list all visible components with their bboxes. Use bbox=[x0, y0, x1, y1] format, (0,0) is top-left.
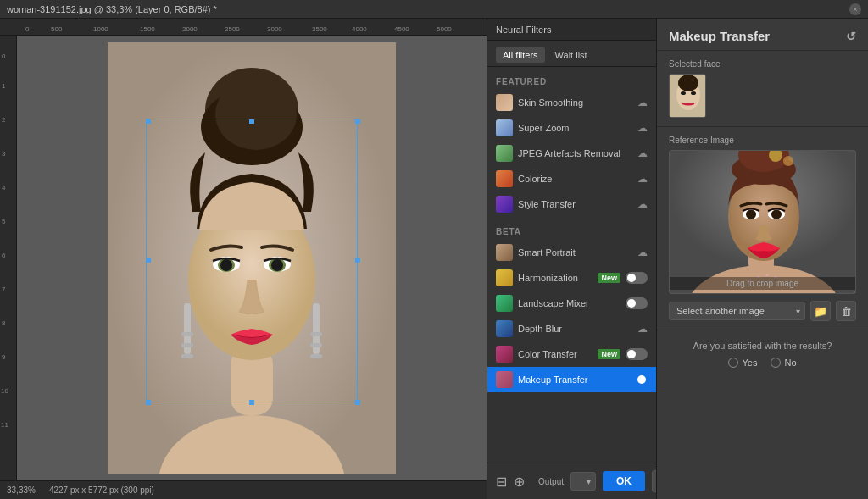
filter-icon-smart-portrait bbox=[496, 244, 513, 261]
filter-name-style-transfer: Style Transfer bbox=[518, 199, 632, 209]
ok-button[interactable]: OK bbox=[603, 471, 645, 491]
filter-item-jpeg[interactable]: JPEG Artefacts Removal ☁ bbox=[487, 141, 656, 166]
portrait-svg bbox=[108, 42, 396, 474]
filter-name-harmonization: Harmonization bbox=[518, 273, 593, 283]
selected-face-thumbnail bbox=[669, 74, 706, 118]
canvas-with-ruler: 0 1 2 3 4 5 6 7 8 9 10 11 bbox=[0, 36, 487, 480]
drag-crop-label: Drag to crop image bbox=[670, 277, 855, 290]
makeup-transfer-header: Makeup Transfer ↺ bbox=[657, 19, 868, 51]
svg-point-25 bbox=[691, 91, 696, 95]
reference-image[interactable]: Drag to crop image bbox=[669, 150, 856, 294]
no-button[interactable]: No bbox=[771, 358, 796, 368]
beta-section-label: BETA bbox=[487, 222, 656, 240]
no-radio[interactable] bbox=[771, 358, 781, 368]
main-layout: 0 500 1000 1500 2000 2500 3000 3500 4000… bbox=[0, 19, 868, 499]
filter-item-depth-blur[interactable]: Depth Blur ☁ bbox=[487, 316, 656, 341]
dimensions: 4227 px x 5772 px (300 ppi) bbox=[49, 485, 154, 495]
filter-item-harmonization[interactable]: Harmonization New bbox=[487, 265, 656, 291]
filter-item-makeup-transfer[interactable]: Makeup Transfer bbox=[487, 367, 656, 392]
stack-icon[interactable]: ⊕ bbox=[514, 474, 525, 490]
yes-label: Yes bbox=[742, 358, 757, 368]
tab-all-filters[interactable]: All filters bbox=[496, 47, 545, 63]
svg-rect-14 bbox=[181, 332, 193, 336]
filter-icon-landscape-mixer bbox=[496, 295, 513, 312]
makeup-panel-title: Makeup Transfer ↺ bbox=[669, 29, 856, 43]
filter-list: FEATURED Skin Smoothing ☁ Super Zoom ☁ J… bbox=[487, 67, 656, 463]
canvas-image-wrapper bbox=[108, 42, 396, 474]
filter-item-style-transfer[interactable]: Style Transfer ☁ bbox=[487, 191, 656, 217]
toggle-makeup-transfer[interactable] bbox=[626, 374, 648, 385]
trash-button[interactable]: 🗑 bbox=[836, 301, 856, 321]
selection-handle-ml[interactable] bbox=[146, 258, 151, 263]
title-bar-text: woman-3191152.jpg @ 33,3% (Layer 0, RGB/… bbox=[7, 4, 846, 14]
ruler-left: 0 1 2 3 4 5 6 7 8 9 10 11 bbox=[0, 36, 17, 480]
featured-section-label: FEATURED bbox=[487, 72, 656, 90]
filter-item-super-zoom[interactable]: Super Zoom ☁ bbox=[487, 115, 656, 141]
output-select-wrapper[interactable]: New Layer Current Layer Smart Object New… bbox=[570, 472, 596, 491]
svg-point-12 bbox=[271, 259, 283, 271]
yes-button[interactable]: Yes bbox=[728, 358, 757, 368]
filter-icon-super-zoom bbox=[496, 119, 513, 136]
reference-image-label: Reference Image bbox=[669, 136, 856, 145]
filter-item-landscape-mixer[interactable]: Landscape Mixer bbox=[487, 291, 656, 316]
cloud-icon-depth-blur: ☁ bbox=[637, 323, 648, 335]
filter-item-smart-portrait[interactable]: Smart Portrait ☁ bbox=[487, 240, 656, 265]
select-another-image-wrapper[interactable]: Select another image bbox=[669, 302, 805, 320]
filter-name-depth-blur: Depth Blur bbox=[518, 324, 632, 334]
cloud-icon-skin-smoothing: ☁ bbox=[637, 97, 648, 108]
close-button[interactable]: × bbox=[849, 3, 861, 15]
satisfaction-section: Are you satisfied with the results? Yes … bbox=[657, 330, 868, 378]
filter-icon-color-transfer bbox=[496, 346, 513, 363]
selection-handle-bc[interactable] bbox=[249, 400, 254, 405]
folder-icon: 📁 bbox=[814, 305, 827, 318]
filter-tabs: All filters Wait list bbox=[487, 41, 656, 67]
filter-name-smart-portrait: Smart Portrait bbox=[518, 247, 632, 258]
badge-color-transfer: New bbox=[598, 349, 620, 359]
filter-icon-jpeg bbox=[496, 145, 513, 162]
filter-icon-colorize bbox=[496, 170, 513, 187]
filter-name-skin-smoothing: Skin Smoothing bbox=[518, 97, 632, 108]
selection-handle-mr[interactable] bbox=[355, 258, 360, 263]
filter-item-color-transfer[interactable]: Color Transfer New bbox=[487, 341, 656, 367]
toggle-harmonization[interactable] bbox=[626, 272, 648, 284]
face-thumb-svg bbox=[670, 75, 706, 118]
filter-icon-depth-blur bbox=[496, 320, 513, 337]
filter-name-super-zoom: Super Zoom bbox=[518, 123, 632, 133]
toggle-landscape-mixer[interactable] bbox=[626, 297, 648, 309]
toggle-color-transfer[interactable] bbox=[626, 348, 648, 360]
status-bar: 33,33% 4227 px x 5772 px (300 ppi) bbox=[0, 480, 487, 499]
folder-button[interactable]: 📁 bbox=[810, 301, 831, 321]
reset-icon[interactable]: ↺ bbox=[846, 30, 856, 43]
canvas-content[interactable] bbox=[17, 36, 487, 480]
selection-handle-bl[interactable] bbox=[146, 400, 151, 405]
selection-handle-tl[interactable] bbox=[146, 119, 151, 124]
filter-icon-harmonization bbox=[496, 269, 513, 286]
tab-wait-list[interactable]: Wait list bbox=[548, 47, 594, 63]
filter-name-landscape-mixer: Landscape Mixer bbox=[518, 298, 620, 308]
layers-icon[interactable]: ⊟ bbox=[496, 474, 507, 490]
svg-point-33 bbox=[783, 156, 793, 166]
select-another-image-select[interactable]: Select another image bbox=[669, 302, 805, 320]
filter-name-makeup-transfer: Makeup Transfer bbox=[518, 374, 620, 385]
yes-radio[interactable] bbox=[728, 358, 738, 368]
selection-handle-tc[interactable] bbox=[249, 119, 254, 124]
neural-filters-panel: Neural Filters All filters Wait list FEA… bbox=[487, 19, 656, 499]
output-select[interactable]: New Layer Current Layer Smart Object New… bbox=[570, 472, 596, 491]
filter-item-colorize[interactable]: Colorize ☁ bbox=[487, 166, 656, 191]
cloud-icon-colorize: ☁ bbox=[637, 173, 648, 185]
selection-handle-tr[interactable] bbox=[355, 119, 360, 124]
svg-rect-19 bbox=[310, 343, 322, 347]
svg-point-23 bbox=[678, 75, 698, 91]
filter-icon-makeup-transfer bbox=[496, 371, 513, 388]
selection-handle-br[interactable] bbox=[355, 400, 360, 405]
badge-harmonization: New bbox=[598, 273, 620, 283]
filter-name-colorize: Colorize bbox=[518, 174, 632, 184]
svg-rect-18 bbox=[310, 332, 322, 336]
svg-point-24 bbox=[681, 91, 686, 95]
canvas-area: 0 500 1000 1500 2000 2500 3000 3500 4000… bbox=[0, 19, 487, 499]
selected-face-section: Selected face bbox=[657, 51, 868, 127]
filter-name-color-transfer: Color Transfer bbox=[518, 349, 593, 359]
filter-icon-style-transfer bbox=[496, 196, 513, 213]
filter-item-skin-smoothing[interactable]: Skin Smoothing ☁ bbox=[487, 90, 656, 115]
zoom-level: 33,33% bbox=[7, 485, 36, 495]
